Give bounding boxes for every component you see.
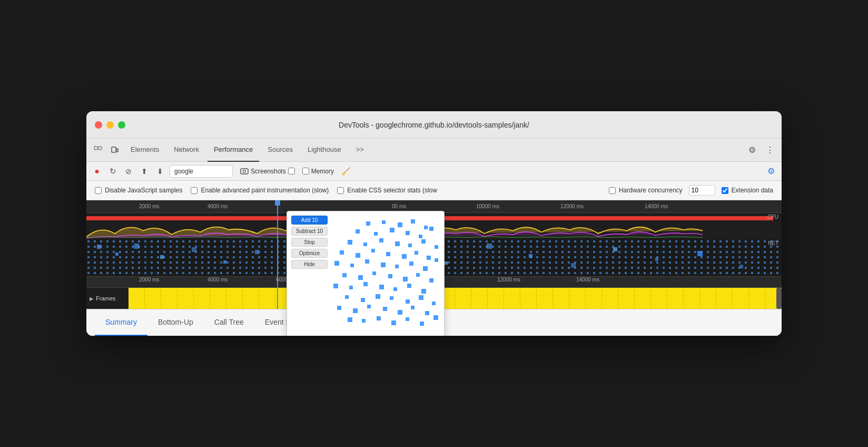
svg-rect-69 <box>363 282 368 286</box>
hardware-concurrency-label: Hardware concurrency <box>619 187 683 194</box>
svg-rect-40 <box>379 238 383 242</box>
ruler-b-12000: 12000 ms <box>497 277 520 283</box>
hardware-concurrency-checkbox[interactable] <box>609 187 616 194</box>
ruler-label-10000: 10000 ms <box>476 203 499 209</box>
hardware-concurrency-option[interactable]: Hardware concurrency <box>609 187 683 194</box>
svg-rect-48 <box>386 252 390 256</box>
svg-rect-88 <box>348 317 352 322</box>
enable-css-option[interactable]: Enable CSS selector stats (slow <box>337 187 437 194</box>
frame-bar <box>618 288 635 309</box>
frame-bar <box>733 288 749 309</box>
popup-add-button[interactable]: Add 10 <box>291 216 328 225</box>
device-toolbar-icon[interactable] <box>107 143 122 158</box>
svg-rect-76 <box>376 294 380 299</box>
disable-js-samples-option[interactable]: Disable JavaScript samples <box>95 187 182 194</box>
minimize-button[interactable] <box>106 121 114 129</box>
svg-rect-10 <box>134 244 139 249</box>
select-tool-icon[interactable] <box>91 143 105 158</box>
maximize-button[interactable] <box>118 121 125 129</box>
ruler-label-2000: 2000 ms <box>139 203 159 209</box>
frame-bar <box>553 288 569 309</box>
download-button[interactable]: ⬇ <box>154 165 166 178</box>
popup-stop-button[interactable]: Stop <box>291 238 328 247</box>
tab-performance[interactable]: Performance <box>208 139 259 162</box>
frame-bar <box>194 288 210 309</box>
refresh-button[interactable]: ↻ <box>106 165 119 178</box>
memory-checkbox[interactable] <box>302 168 309 174</box>
enable-paint-checkbox[interactable] <box>191 187 198 194</box>
upload-button[interactable]: ⬆ <box>138 165 151 178</box>
tab-summary[interactable]: Summary <box>95 309 147 336</box>
ruler-label-14000: 14000 ms <box>645 203 668 209</box>
cpu-label: CPU <box>767 214 778 220</box>
svg-rect-38 <box>348 240 352 245</box>
brush-icon[interactable]: 🧹 <box>339 165 352 178</box>
enable-paint-option[interactable]: Enable advanced paint instrumentation (s… <box>191 187 329 194</box>
settings-icon[interactable]: ⚙ <box>745 143 760 158</box>
svg-rect-61 <box>358 275 363 280</box>
popup-optimize-button[interactable]: Optimize <box>291 249 328 258</box>
frame-bar <box>145 288 161 309</box>
extension-data-label: Extension data <box>732 187 773 194</box>
popup-box: Add 10 Subtract 10 Stop Optimize Hide <box>287 211 445 336</box>
cursor-handle[interactable] <box>275 200 280 206</box>
svg-rect-12 <box>192 247 196 252</box>
more-options-icon[interactable]: ⋮ <box>763 143 777 158</box>
svg-rect-42 <box>408 244 412 247</box>
frame-bar <box>569 288 586 309</box>
svg-rect-39 <box>363 242 367 246</box>
svg-rect-57 <box>409 261 413 266</box>
svg-rect-86 <box>411 306 415 309</box>
svg-rect-20 <box>487 244 492 249</box>
svg-rect-91 <box>391 320 396 325</box>
popup-canvas <box>324 216 440 333</box>
svg-rect-79 <box>419 295 423 300</box>
tab-sources[interactable]: Sources <box>261 139 299 162</box>
svg-rect-60 <box>342 273 347 277</box>
disable-js-samples-checkbox[interactable] <box>95 187 102 194</box>
screenshots-checkbox[interactable] <box>288 168 295 174</box>
more-tabs-button[interactable]: >> <box>350 139 370 162</box>
svg-rect-55 <box>381 263 386 267</box>
svg-rect-30 <box>411 219 415 224</box>
svg-rect-25 <box>697 251 703 256</box>
popup-hide-button[interactable]: Hide <box>291 260 328 269</box>
frames-text: Frames <box>96 295 115 302</box>
record-button[interactable]: ● <box>91 165 103 178</box>
tab-bottom-up[interactable]: Bottom-Up <box>147 309 204 336</box>
svg-rect-56 <box>395 265 399 268</box>
tab-lighthouse[interactable]: Lighthouse <box>301 139 348 162</box>
frame-bar <box>700 288 716 309</box>
svg-rect-13 <box>223 260 226 264</box>
frame-bar <box>602 288 618 309</box>
extension-data-option[interactable]: Extension data <box>722 187 773 194</box>
svg-rect-28 <box>382 220 386 224</box>
svg-rect-80 <box>432 302 436 305</box>
extension-data-checkbox[interactable] <box>722 187 728 194</box>
close-button[interactable] <box>95 121 102 129</box>
enable-css-checkbox[interactable] <box>337 187 344 194</box>
svg-rect-8 <box>97 245 101 249</box>
settings-panel: Disable JavaScript samples Enable advanc… <box>86 181 782 200</box>
timeline-cursor[interactable] <box>277 200 278 309</box>
svg-rect-46 <box>356 253 360 258</box>
tab-call-tree[interactable]: Call Tree <box>204 309 254 336</box>
jank-popup: Add 10 Subtract 10 Stop Optimize Hide <box>287 211 445 336</box>
settings-gear-icon[interactable]: ⚙ <box>765 165 777 178</box>
settings-row: Disable JavaScript samples Enable advanc… <box>95 185 773 196</box>
svg-rect-49 <box>402 254 407 259</box>
clear-button[interactable]: ⊘ <box>122 165 135 178</box>
main-toolbar: Elements Network Performance Sources Lig… <box>86 139 782 162</box>
timeline-scrollbar[interactable] <box>776 288 782 309</box>
svg-rect-47 <box>371 249 375 252</box>
tab-elements[interactable]: Elements <box>124 139 165 162</box>
frame-bar <box>243 288 259 309</box>
svg-rect-21 <box>529 254 532 258</box>
frame-bar <box>471 288 488 309</box>
hardware-concurrency-input[interactable] <box>689 185 715 196</box>
url-input[interactable] <box>170 165 233 178</box>
screenshots-label: Screenshots <box>251 168 286 175</box>
svg-rect-50 <box>415 251 418 255</box>
popup-subtract-button[interactable]: Subtract 10 <box>291 227 328 236</box>
tab-network[interactable]: Network <box>167 139 205 162</box>
